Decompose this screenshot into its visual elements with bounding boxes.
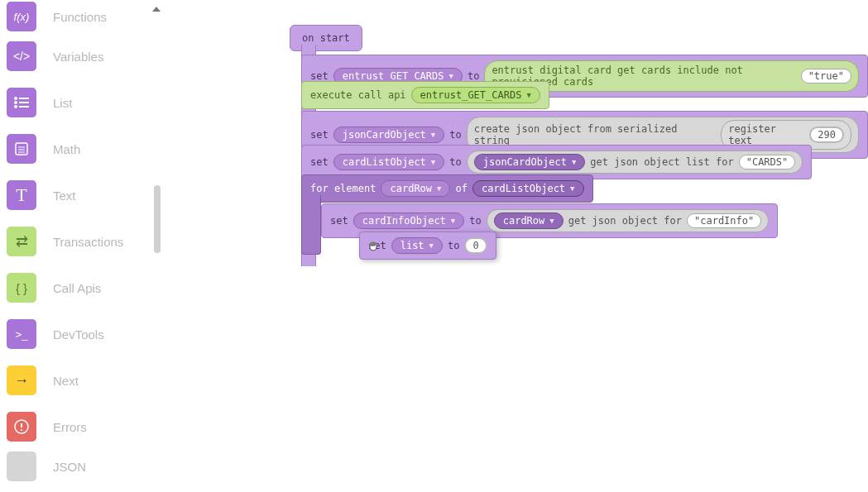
sidebar-item-math[interactable]: Math <box>0 126 165 172</box>
string-input[interactable]: "cardInfo" <box>687 213 761 228</box>
alert-icon <box>7 412 36 442</box>
var-dropdown[interactable]: cardRow▼ <box>494 213 563 229</box>
kw-of: of <box>455 183 467 194</box>
block-execute-call-api[interactable]: execute call api entrust_GET_CARDS▼ <box>301 81 549 109</box>
var-dropdown[interactable]: jsonCardObject▼ <box>333 127 445 143</box>
number-input[interactable]: 0 <box>464 237 487 254</box>
code-icon: </> <box>7 41 36 71</box>
calculator-icon <box>7 134 36 164</box>
register-text: register text <box>728 123 804 146</box>
kw-to: to <box>469 215 481 227</box>
sidebar-item-label: List <box>53 96 72 110</box>
kw-set: set <box>330 215 348 227</box>
sidebar-item-label: Text <box>53 189 76 203</box>
sidebar-item-next[interactable]: → Next <box>0 357 165 404</box>
svg-rect-6 <box>16 143 27 155</box>
sidebar-item-label: Errors <box>53 420 87 434</box>
kw-to: to <box>448 240 459 251</box>
sidebar-item-label: Functions <box>53 10 107 24</box>
grey-text: get json object for <box>568 215 682 227</box>
terminal-icon: >_ <box>7 319 36 349</box>
string-input[interactable]: "CARDS" <box>739 155 796 170</box>
sidebar-item-devtools[interactable]: >_ DevTools <box>0 311 165 357</box>
sidebar-item-text[interactable]: T Text <box>0 172 165 218</box>
var-dropdown[interactable]: cardRow▼ <box>381 180 450 197</box>
arrow-right-icon: → <box>7 365 36 395</box>
kw-set: set <box>310 156 328 168</box>
c-block-arm <box>301 195 321 255</box>
string-input[interactable]: "true" <box>801 69 851 84</box>
var-dropdown[interactable]: jsonCardObject▼ <box>474 154 586 170</box>
var-dropdown[interactable]: entrust_GET_CARDS▼ <box>411 87 540 103</box>
kw-set: set <box>310 129 328 141</box>
svg-point-2 <box>15 102 17 103</box>
block-for-element[interactable]: for element cardRow▼ of cardListObject▼ <box>301 174 593 203</box>
kw-to: to <box>449 129 461 141</box>
sidebar-item-errors[interactable]: Errors <box>0 404 165 450</box>
number-input[interactable]: 290 <box>809 127 844 143</box>
sidebar-item-transactions[interactable]: ⇄ Transactions <box>0 218 165 265</box>
sidebar-item-label: DevTools <box>53 327 104 342</box>
sidebar-item-json[interactable]: JSON <box>0 450 165 483</box>
json-icon <box>7 451 36 481</box>
braces-icon: { } <box>7 273 36 303</box>
sidebar-item-label: Transactions <box>53 235 123 249</box>
var-dropdown[interactable]: cardInfoObject▼ <box>353 213 465 229</box>
sidebar-item-label: Variables <box>53 50 103 64</box>
var-dropdown[interactable]: cardListObject▼ <box>472 180 584 197</box>
text-icon: T <box>7 180 36 210</box>
blocks-canvas[interactable]: on start set entrust_GET_CARDS▼ to entru… <box>165 0 868 492</box>
grey-text: get json object list for <box>590 156 733 168</box>
kw-execute: execute call api <box>310 89 406 101</box>
svg-point-0 <box>15 98 17 99</box>
sidebar-item-label: Call Apis <box>53 281 101 295</box>
kw-to: to <box>468 70 479 82</box>
sidebar-item-label: Next <box>53 374 79 388</box>
kw-set: set <box>310 70 328 82</box>
svg-point-4 <box>15 106 17 107</box>
chevron-up-icon <box>152 7 161 12</box>
svg-point-12 <box>21 429 22 431</box>
scrollbar[interactable] <box>154 185 161 253</box>
sidebar: f(x) Functions </> Variables List Math T… <box>0 0 165 492</box>
sidebar-item-label: JSON <box>53 460 86 474</box>
sidebar-item-functions[interactable]: f(x) Functions <box>0 0 165 33</box>
sidebar-item-variables[interactable]: </> Variables <box>0 33 165 79</box>
var-dropdown[interactable]: list▼ <box>391 237 443 254</box>
sidebar-item-label: Math <box>53 142 80 156</box>
var-dropdown[interactable]: cardListObject▼ <box>333 154 445 170</box>
grab-cursor-icon <box>367 240 378 251</box>
sidebar-item-call-apis[interactable]: { } Call Apis <box>0 265 165 311</box>
swap-icon: ⇄ <box>7 227 36 256</box>
list-icon <box>7 88 36 117</box>
sidebar-item-list[interactable]: List <box>0 79 165 126</box>
kw-to: to <box>449 156 461 168</box>
function-icon: f(x) <box>7 2 36 31</box>
kw-for: for element <box>310 183 376 194</box>
grey-text: create json object from serialized strin… <box>474 123 716 146</box>
